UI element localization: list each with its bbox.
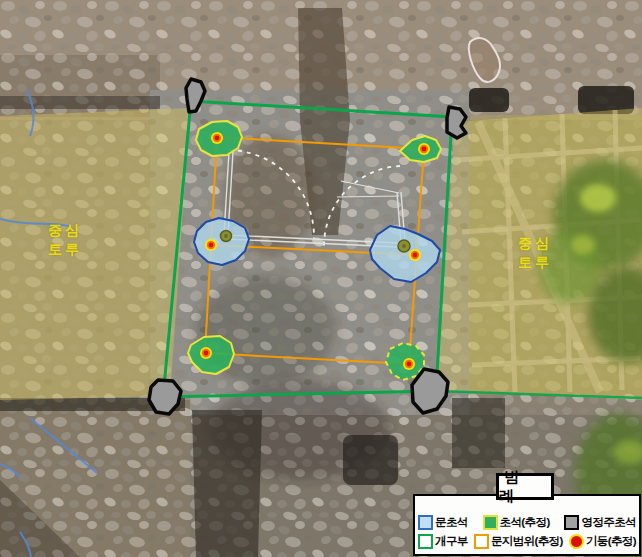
legend-item-label: 초석(추정): [500, 515, 550, 530]
legend-item-opening: 개구부: [418, 534, 468, 549]
gate-foundation-swatch: [418, 515, 433, 530]
pillar-marker-bottom-left: [200, 347, 212, 359]
legend-item-gate-foundation: 문초석: [418, 515, 468, 530]
legend-item-label: 영정주초석: [581, 515, 636, 530]
gate-extent-swatch: [474, 534, 489, 549]
rampart-label-left: 중심 토루: [48, 221, 82, 259]
pillar-marker-mid-right: [409, 249, 421, 261]
ridgepole-stone-top-right: [447, 107, 466, 138]
pillar-marker-mid-left: [205, 239, 217, 251]
legend-row-1: 문초석 초석(추정) 영정주초석: [418, 515, 636, 530]
legend-item-label: 문초석: [435, 515, 468, 530]
legend-item-label: 개구부: [435, 534, 468, 549]
foundation-est-swatch: [483, 515, 498, 530]
excavation-figure: 중심 토루 중심 토루 범 례 문초석 초석(추정) 영정주초석 개구부: [0, 0, 642, 557]
ridgepole-stone-swatch: [564, 515, 579, 530]
legend-item-pillar-est: 기둥(추정): [569, 534, 636, 549]
legend-row-2: 개구부 문지범위(추정) 기둥(추정): [418, 534, 636, 549]
legend-item-ridgepole-stone: 영정주초석: [564, 515, 636, 530]
pillar-marker-top-right: [418, 143, 430, 155]
rampart-label-right: 중심 토루: [518, 234, 552, 272]
pillar-est-swatch: [569, 534, 584, 549]
rampart-highlight-left: [0, 108, 190, 400]
legend-item-label: 문지범위(추정): [491, 534, 563, 549]
pillar-marker-bottom-right: [403, 358, 415, 370]
opening-swatch: [418, 534, 433, 549]
legend-title: 범 례: [496, 473, 554, 500]
legend-item-gate-extent: 문지범위(추정): [474, 534, 563, 549]
pillar-marker-top-left: [211, 132, 223, 144]
legend-item-foundation-est: 초석(추정): [483, 515, 550, 530]
legend-item-label: 기둥(추정): [586, 534, 636, 549]
